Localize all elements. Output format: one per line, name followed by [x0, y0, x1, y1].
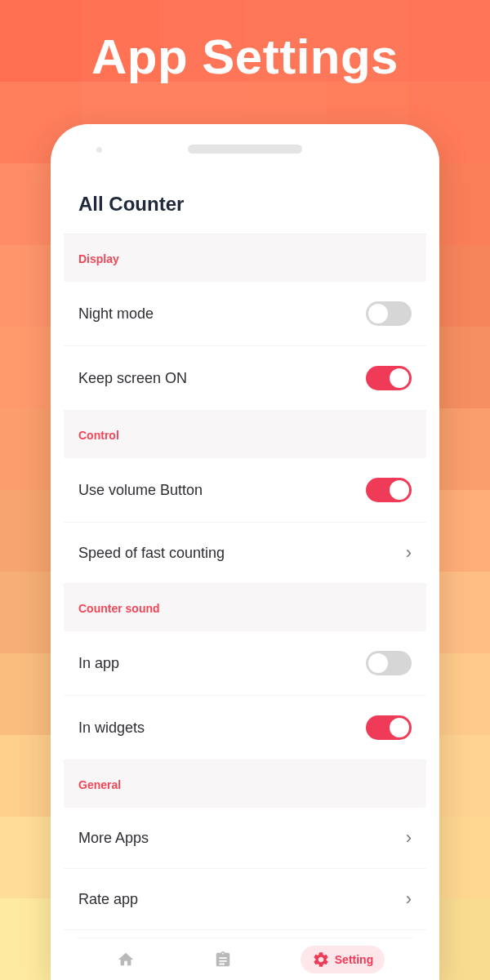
- row-label: Rate app: [78, 891, 138, 908]
- row-label: Use volume Button: [78, 482, 203, 499]
- section-header-counter-sound: Counter sound: [64, 584, 426, 631]
- row-use-volume-button[interactable]: Use volume Button: [64, 458, 426, 523]
- row-in-app[interactable]: In app: [64, 631, 426, 696]
- phone-camera: [96, 147, 102, 153]
- app-header: All Counter: [64, 173, 426, 234]
- toggle-use-volume-button[interactable]: [366, 478, 412, 502]
- nav-setting[interactable]: Setting: [301, 946, 385, 973]
- nav-label-setting: Setting: [335, 953, 373, 966]
- toggle-in-widgets[interactable]: [366, 715, 412, 740]
- row-in-widgets[interactable]: In widgets: [64, 696, 426, 760]
- section-header-display: Display: [64, 234, 426, 282]
- row-night-mode[interactable]: Night mode: [64, 282, 426, 346]
- chevron-right-icon: ›: [406, 889, 412, 910]
- row-label: In app: [78, 655, 119, 672]
- toggle-night-mode[interactable]: [366, 301, 412, 326]
- toggle-keep-screen-on[interactable]: [366, 366, 412, 390]
- row-label: In widgets: [78, 719, 145, 737]
- bottom-nav: Setting: [77, 938, 413, 980]
- page-title: App Settings: [0, 29, 490, 85]
- chevron-right-icon: ›: [406, 827, 412, 849]
- chevron-right-icon: ›: [406, 542, 412, 564]
- section-header-control: Control: [64, 411, 426, 458]
- row-speed-fast-counting[interactable]: Speed of fast counting ›: [64, 523, 426, 584]
- phone-speaker: [188, 145, 302, 154]
- row-label: More Apps: [78, 830, 149, 847]
- row-more-apps[interactable]: More Apps ›: [64, 808, 426, 869]
- row-label: Speed of fast counting: [78, 545, 225, 562]
- nav-home[interactable]: [105, 946, 146, 973]
- home-icon: [117, 951, 135, 969]
- row-label: Keep screen ON: [78, 370, 187, 387]
- phone-frame: All Counter Display Night mode Keep scre…: [51, 124, 439, 980]
- settings-list: Display Night mode Keep screen ON Contro…: [64, 234, 426, 980]
- app-screen: All Counter Display Night mode Keep scre…: [64, 173, 426, 980]
- nav-list[interactable]: [203, 946, 243, 973]
- row-keep-screen-on[interactable]: Keep screen ON: [64, 346, 426, 411]
- toggle-in-app[interactable]: [366, 651, 412, 675]
- gear-icon: [312, 951, 330, 969]
- row-label: Night mode: [78, 305, 154, 323]
- section-header-general: General: [64, 760, 426, 808]
- clipboard-icon: [214, 951, 232, 969]
- app-title: All Counter: [78, 193, 412, 216]
- row-rate-app[interactable]: Rate app ›: [64, 869, 426, 930]
